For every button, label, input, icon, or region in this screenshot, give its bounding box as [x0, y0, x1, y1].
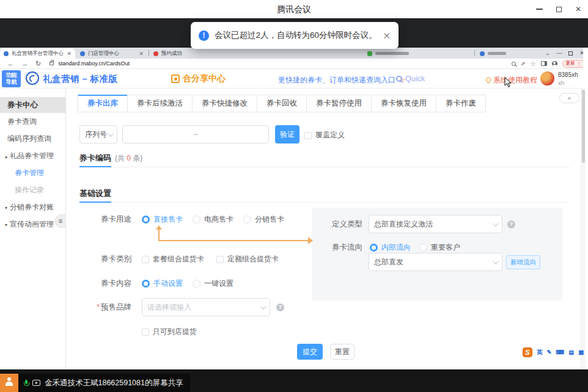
presale-brand-select[interactable]: 请选择或输入	[142, 298, 270, 316]
radio-icon	[193, 280, 200, 288]
scrollbar-thumb[interactable]	[582, 90, 585, 163]
browser-tab-booking[interactable]: 预约成功	[150, 48, 208, 59]
quick-search-button[interactable]: Quick	[396, 74, 425, 83]
browser-update-button[interactable]: 更新 ⋮	[562, 60, 586, 68]
lock-icon	[50, 62, 54, 65]
browser-minimize-icon[interactable]: —	[556, 51, 562, 56]
tab-card-void[interactable]: 券卡作废	[436, 95, 486, 112]
ime-logo-icon[interactable]: S	[523, 347, 532, 357]
ime-grid-icon[interactable]: ▦	[578, 349, 584, 355]
screen-share-text: 金禾通技术王斌18662591081的屏幕共享	[45, 378, 183, 388]
browser-addressbar: ← → ↻ standard.maboy.cn/CardsOut ⇗ ☆ 更新 …	[0, 59, 588, 69]
tab-card-later-activate[interactable]: 券卡后续激活	[127, 95, 193, 112]
avatar[interactable]	[540, 71, 554, 85]
tab-close-icon[interactable]: ✕	[67, 51, 72, 57]
ime-language-toggle[interactable]: 英	[537, 349, 543, 355]
tab-close-icon[interactable]: ✕	[139, 51, 144, 57]
share-center-link[interactable]: 合分享中心	[171, 73, 226, 84]
flow-select-row: 总部直发 新增流向	[312, 253, 540, 271]
zoom-icon[interactable]	[512, 62, 516, 66]
tab-card-recycle[interactable]: 券卡回收	[257, 95, 307, 112]
page-scrollbar[interactable]	[581, 89, 586, 369]
radio-icon	[243, 216, 251, 223]
addressbar-actions: ⇗ ☆ 更新 ⋮	[512, 60, 588, 68]
tab-card-suspend[interactable]: 券卡暂停使用	[306, 95, 372, 112]
section-title: 基础设置	[79, 188, 111, 199]
reset-button[interactable]: 重置	[330, 344, 355, 360]
radio-important-customer[interactable]: 重要客户	[419, 242, 460, 253]
serial-range-input[interactable]: –	[122, 125, 269, 143]
share-icon[interactable]: ⇗	[521, 60, 526, 67]
radio-internal-flow[interactable]: 内部流向	[370, 242, 411, 253]
checkbox-icon	[216, 256, 224, 263]
microphone-icon[interactable]	[24, 380, 28, 387]
help-icon[interactable]: ?	[276, 303, 284, 311]
sidebar-item-code-sequence-query[interactable]: 编码序列查询	[0, 130, 65, 147]
card-content-row: 券卡内容 手动设置 一键设置	[66, 278, 233, 289]
ime-skin-icon[interactable]: ▤	[568, 349, 574, 355]
tutorial-link[interactable]: 系统使用教程	[486, 75, 537, 85]
serial-type-select[interactable]: 序列号	[79, 125, 117, 143]
sidebar-item-operation-log[interactable]: 操作记录	[0, 181, 65, 198]
tab-card-quick-edit[interactable]: 券卡快捷修改	[192, 95, 257, 112]
ime-pen-icon[interactable]: ✎	[547, 349, 552, 355]
card-usage-row: 券卡用途 直接售卡 电商售卡 分销售卡	[66, 214, 284, 225]
add-flow-button[interactable]: 新增流向	[506, 255, 540, 269]
tab-separator	[474, 50, 475, 56]
browser-tab-partial[interactable]	[476, 48, 526, 59]
url-text[interactable]: standard.maboy.cn/CardsOut	[58, 60, 130, 67]
checkbox-combo-pickup-card[interactable]: 套餐组合提货卡	[142, 254, 204, 264]
radio-direct-sale[interactable]: 直接售卡	[142, 214, 183, 225]
maximize-button[interactable]	[549, 0, 568, 18]
ime-keyboard-icon[interactable]: ⌨	[556, 349, 564, 355]
radio-distribution-sale[interactable]: 分销售卡	[243, 214, 284, 225]
section-underline	[79, 167, 570, 167]
window-controls: ✕	[529, 0, 588, 18]
help-icon[interactable]: ?	[507, 220, 515, 228]
sidebar-group-gift-card-mgmt[interactable]: 礼品券卡管理	[0, 147, 65, 164]
flow-select[interactable]: 总部直发	[369, 253, 502, 271]
verify-button[interactable]: 验证	[275, 125, 300, 143]
close-button[interactable]: ✕	[568, 0, 588, 18]
sidebar: 券卡中心 券卡查询 编码序列查询 礼品券卡管理 券卡管理 操作记录 分销券卡对账…	[0, 89, 66, 369]
back-icon[interactable]: ←	[7, 60, 14, 67]
checkbox-store-pickup-only[interactable]: 只可到店提货	[142, 327, 197, 337]
brand-logo-icon	[26, 71, 39, 85]
definition-type-select[interactable]: 总部直接定义激活	[369, 215, 502, 233]
share-center-icon	[171, 74, 180, 83]
refresh-icon[interactable]: ↻	[35, 60, 41, 67]
radio-ecommerce-sale[interactable]: 电商售卡	[193, 214, 233, 225]
browser-tab-partial[interactable]	[364, 48, 472, 59]
side-panel-icon[interactable]	[541, 61, 547, 66]
radio-manual-setup[interactable]: 手动设置	[142, 278, 183, 289]
forward-icon[interactable]: →	[21, 60, 28, 67]
brand-title: 礼盒营销 – 标准版	[43, 73, 118, 85]
browser-maximize-icon[interactable]	[568, 51, 573, 56]
browser-tab-store-admin[interactable]: 门店管理中心 ✕	[76, 48, 147, 59]
chevron-down-icon[interactable]: ⌄	[545, 51, 550, 56]
sidebar-group-distribution-reconcile[interactable]: 分销券卡对账	[0, 198, 65, 216]
bookmark-star-icon[interactable]: ☆	[531, 60, 536, 67]
definition-type-row: 定义类型 总部直接定义激活 ?	[312, 215, 515, 233]
browser-tab-gift-admin[interactable]: 礼盒营销平台管理中心 ✕	[0, 48, 75, 59]
banner-close-icon[interactable]: ✕	[383, 31, 391, 40]
profile-icon[interactable]	[552, 61, 557, 67]
quick-entry-link[interactable]: 更快捷的券卡、订单和快递查询入口 ☞	[278, 75, 406, 85]
tab-card-resume[interactable]: 券卡恢复使用	[371, 95, 436, 112]
mouse-cursor	[504, 77, 511, 90]
meeting-bottom-bar: 金禾通技术王斌18662591081的屏幕共享	[0, 369, 588, 392]
sidebar-item-card-query[interactable]: 券卡查询	[0, 113, 65, 130]
override-define-checkbox[interactable]: 覆盖定义	[304, 130, 345, 140]
function-nav-button[interactable]: 功能 导航	[2, 70, 21, 87]
checkbox-fixed-combo-pickup-card[interactable]: 定额组合提货卡	[216, 254, 279, 264]
sidebar-collapse-handle[interactable]: ≣	[55, 214, 65, 228]
minimize-button[interactable]	[529, 0, 549, 18]
radio-one-click-setup[interactable]: 一键设置	[193, 278, 233, 289]
meeting-app-tile[interactable]	[0, 374, 18, 392]
sidebar-item-card-mgmt[interactable]: 券卡管理	[0, 164, 65, 181]
connector-line-vertical	[158, 230, 160, 241]
tab-card-outbound[interactable]: 券卡出库	[78, 95, 128, 112]
submit-button[interactable]: 提交	[297, 344, 323, 360]
panel-collapse-button[interactable]: »	[559, 93, 579, 103]
card-flow-row: 券卡流向 内部流向 重要客户	[312, 242, 460, 253]
